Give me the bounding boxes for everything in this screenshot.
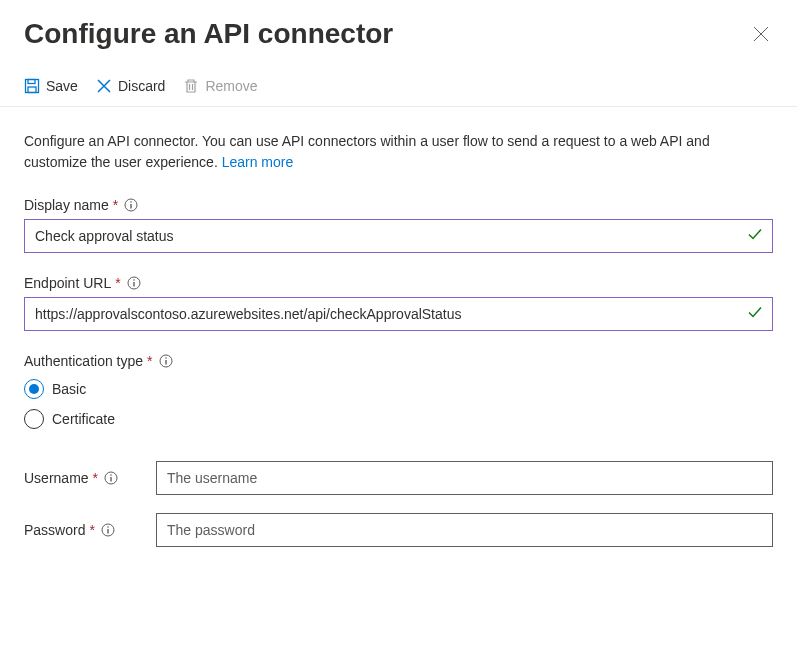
auth-type-label: Authentication type * <box>24 353 773 369</box>
auth-type-certificate-radio[interactable]: Certificate <box>24 409 773 429</box>
svg-point-16 <box>107 526 109 528</box>
close-button[interactable] <box>749 22 773 46</box>
trash-icon <box>183 78 199 94</box>
endpoint-url-label: Endpoint URL * <box>24 275 773 291</box>
display-name-label: Display name * <box>24 197 773 213</box>
password-label: Password * <box>24 522 144 538</box>
radio-unselected-icon <box>24 409 44 429</box>
radio-selected-icon <box>24 379 44 399</box>
page-title: Configure an API connector <box>24 18 393 50</box>
discard-button[interactable]: Discard <box>96 78 165 94</box>
endpoint-url-input[interactable] <box>24 297 773 331</box>
learn-more-link[interactable]: Learn more <box>222 154 294 170</box>
svg-rect-11 <box>165 360 166 365</box>
save-label: Save <box>46 78 78 94</box>
svg-point-7 <box>133 279 135 281</box>
info-icon[interactable] <box>127 276 141 290</box>
svg-rect-17 <box>107 529 108 534</box>
check-icon <box>747 227 763 246</box>
svg-point-10 <box>165 357 167 359</box>
description-text: Configure an API connector. You can use … <box>24 131 773 173</box>
info-icon[interactable] <box>101 523 115 537</box>
remove-label: Remove <box>205 78 257 94</box>
required-indicator: * <box>89 522 94 538</box>
required-indicator: * <box>93 470 98 486</box>
auth-type-basic-radio[interactable]: Basic <box>24 379 773 399</box>
required-indicator: * <box>115 275 120 291</box>
discard-icon <box>96 78 112 94</box>
svg-rect-5 <box>131 204 132 209</box>
username-input[interactable] <box>156 461 773 495</box>
svg-rect-1 <box>28 80 35 84</box>
remove-button: Remove <box>183 78 257 94</box>
svg-point-13 <box>110 474 112 476</box>
svg-rect-2 <box>28 87 36 93</box>
close-icon <box>753 26 769 42</box>
discard-label: Discard <box>118 78 165 94</box>
auth-type-basic-label: Basic <box>52 381 86 397</box>
info-icon[interactable] <box>159 354 173 368</box>
display-name-input[interactable] <box>24 219 773 253</box>
svg-rect-8 <box>133 282 134 287</box>
username-label: Username * <box>24 470 144 486</box>
required-indicator: * <box>113 197 118 213</box>
check-icon <box>747 305 763 324</box>
save-button[interactable]: Save <box>24 78 78 94</box>
info-icon[interactable] <box>124 198 138 212</box>
info-icon[interactable] <box>104 471 118 485</box>
save-icon <box>24 78 40 94</box>
svg-point-4 <box>130 201 132 203</box>
toolbar: Save Discard Remove <box>0 58 797 107</box>
password-input[interactable] <box>156 513 773 547</box>
required-indicator: * <box>147 353 152 369</box>
auth-type-certificate-label: Certificate <box>52 411 115 427</box>
svg-rect-14 <box>110 477 111 482</box>
